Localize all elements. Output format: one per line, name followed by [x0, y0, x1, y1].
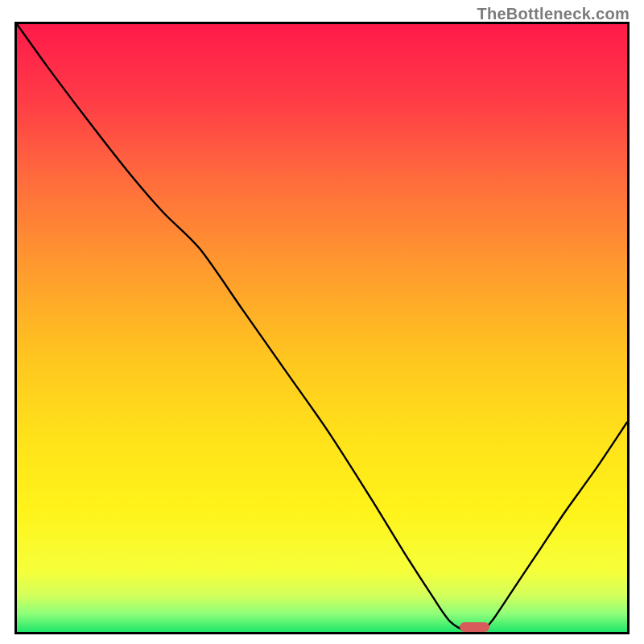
watermark-label: TheBottleneck.com [477, 5, 630, 23]
optimal-range-marker [460, 622, 489, 632]
chart-curve-layer [17, 24, 627, 632]
chart-plot-area [14, 22, 630, 634]
bottleneck-curve [17, 24, 627, 632]
